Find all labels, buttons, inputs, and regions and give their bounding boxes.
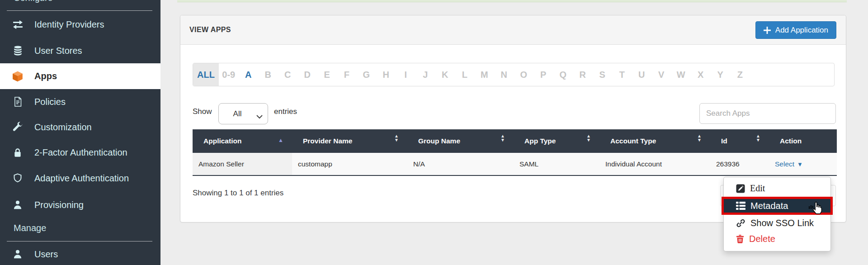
- sidebar-item-label: Adaptive Authentication: [34, 173, 129, 184]
- alphabet-filter-h[interactable]: H: [376, 70, 396, 80]
- column-header-action: Action: [769, 129, 837, 153]
- showing-entries-text: Showing 1 to 1 of 1 entries: [193, 189, 283, 198]
- alphabet-filter-k[interactable]: K: [435, 70, 455, 80]
- sort-icon: ▲▼: [697, 134, 702, 142]
- alphabet-filter-s[interactable]: S: [593, 70, 613, 80]
- alphabet-filter-n[interactable]: N: [494, 70, 514, 80]
- menu-item-show-sso-link[interactable]: Show SSO Link: [724, 215, 830, 231]
- sidebar-item-user-stores[interactable]: User Stores: [0, 38, 160, 63]
- alphabet-filter-g[interactable]: G: [357, 70, 377, 80]
- alphabet-filter-z[interactable]: Z: [730, 70, 750, 80]
- shield-icon: [11, 173, 24, 184]
- alphabet-filter-l[interactable]: L: [455, 70, 475, 80]
- alphabet-filter-i[interactable]: I: [396, 70, 416, 80]
- cell-action: Select▼: [769, 153, 837, 175]
- user-icon: [11, 200, 24, 210]
- alphabet-filter-c[interactable]: C: [278, 70, 298, 80]
- column-header-group-name[interactable]: Group Name ▲▼: [407, 129, 514, 153]
- cell-provider-name: customapp: [292, 153, 407, 175]
- sidebar-section-manage: Manage: [14, 223, 46, 233]
- main-content: VIEW APPS Add Application ALL 0-9 A B C …: [160, 0, 868, 265]
- sort-icon: ▲▼: [394, 134, 399, 142]
- alphabet-filter-all[interactable]: ALL: [193, 63, 219, 86]
- sidebar-item-provisioning[interactable]: Provisioning: [0, 192, 160, 218]
- caret-down-icon: ▼: [797, 161, 803, 168]
- sidebar-item-2-factor[interactable]: 2-Factor Authentication: [0, 140, 160, 165]
- document-icon: [11, 96, 24, 107]
- alphabet-filter-w[interactable]: W: [671, 70, 691, 80]
- table-header-row: Application ▲ Provider Name ▲▼ Group Nam…: [193, 129, 837, 153]
- apps-table: Application ▲ Provider Name ▲▼ Group Nam…: [193, 129, 837, 176]
- sort-icon: ▲▼: [756, 134, 760, 142]
- alphabet-filter-y[interactable]: Y: [711, 70, 731, 80]
- alphabet-filter-u[interactable]: U: [632, 70, 652, 80]
- menu-item-delete[interactable]: Delete: [724, 231, 830, 247]
- alphabet-filter-a[interactable]: A: [239, 70, 259, 80]
- user-icon: [11, 249, 24, 259]
- sidebar-item-users[interactable]: Users: [0, 241, 160, 265]
- link-icon: [736, 218, 745, 228]
- alphabet-filter-v[interactable]: V: [651, 70, 671, 80]
- sidebar-item-label: Customization: [34, 122, 92, 132]
- alphabet-filter-t[interactable]: T: [612, 70, 632, 80]
- entries-select[interactable]: All: [218, 103, 268, 124]
- cell-application: Amazon Seller: [193, 153, 292, 175]
- sidebar-item-customization[interactable]: Customization: [0, 114, 160, 140]
- database-icon: [11, 45, 24, 56]
- cube-icon: [11, 71, 24, 82]
- lock-icon: [11, 147, 24, 158]
- alphabet-filter-r[interactable]: R: [573, 70, 593, 80]
- alphabet-filter-q[interactable]: Q: [553, 70, 573, 80]
- trash-icon: [736, 234, 744, 244]
- list-icon: [736, 202, 745, 210]
- sort-asc-icon: ▲: [278, 137, 283, 143]
- column-header-provider-name[interactable]: Provider Name ▲▼: [292, 129, 407, 153]
- search-input[interactable]: [699, 103, 836, 124]
- alphabet-filter-p[interactable]: P: [533, 70, 553, 80]
- add-application-button[interactable]: Add Application: [755, 21, 836, 39]
- sidebar-divider: [7, 10, 152, 11]
- alphabet-filter-0-9[interactable]: 0-9: [219, 70, 239, 80]
- menu-item-label: Show SSO Link: [750, 218, 814, 228]
- page-title: VIEW APPS: [189, 26, 231, 34]
- table-row: Amazon Seller customapp N/A SAML Individ…: [193, 153, 837, 175]
- cell-group-name: N/A: [407, 153, 514, 175]
- plus-icon: [764, 27, 771, 34]
- alphabet-filter-m[interactable]: M: [475, 70, 495, 80]
- alphabet-filter-b[interactable]: B: [258, 70, 278, 80]
- exchange-icon: [11, 19, 24, 30]
- menu-item-metadata[interactable]: Metadata: [722, 197, 833, 215]
- column-header-account-type[interactable]: Account Type ▲▼: [599, 129, 710, 153]
- show-label: Show: [193, 107, 212, 116]
- alphabet-filter-e[interactable]: E: [317, 70, 337, 80]
- chevron-down-icon: [256, 112, 263, 121]
- select-dropdown-link[interactable]: Select▼: [775, 160, 803, 168]
- menu-item-label: Edit: [750, 183, 765, 194]
- alphabet-filter-o[interactable]: O: [514, 70, 534, 80]
- sidebar-section-configure: Configure: [14, 0, 53, 3]
- sidebar-item-label: Identity Providers: [34, 19, 104, 30]
- menu-item-edit[interactable]: Edit: [724, 180, 830, 196]
- column-header-app-type[interactable]: App Type ▲▼: [514, 129, 599, 153]
- alphabet-filter-x[interactable]: X: [691, 70, 711, 80]
- sidebar-item-label: User Stores: [34, 46, 82, 56]
- sidebar-item-apps[interactable]: Apps: [0, 63, 160, 89]
- entries-select-value: All: [233, 109, 242, 118]
- alphabet-filter-f[interactable]: F: [337, 70, 357, 80]
- alphabet-filter-d[interactable]: D: [297, 70, 317, 80]
- cell-account-type: Individual Account: [599, 153, 710, 175]
- alphabet-filter-j[interactable]: J: [415, 70, 435, 80]
- alphabet-filter: ALL 0-9 A B C D E F G H I J K L M N O P …: [193, 63, 835, 86]
- action-dropdown-menu: Edit Metadata Show SSO Link: [723, 177, 831, 251]
- sidebar-item-label: Apps: [34, 71, 57, 81]
- sort-icon: ▲▼: [500, 134, 505, 142]
- sidebar-item-adaptive[interactable]: Adaptive Authentication: [0, 166, 160, 191]
- panel-header: VIEW APPS Add Application: [180, 15, 846, 45]
- menu-item-label: Delete: [749, 234, 775, 244]
- sidebar-item-identity-providers[interactable]: Identity Providers: [0, 12, 160, 37]
- sidebar-item-policies[interactable]: Policies: [0, 89, 160, 114]
- column-header-id[interactable]: Id ▲▼: [710, 129, 769, 153]
- sort-icon: ▲▼: [586, 134, 591, 142]
- column-header-application[interactable]: Application ▲: [193, 129, 292, 153]
- entries-label: entries: [274, 107, 297, 116]
